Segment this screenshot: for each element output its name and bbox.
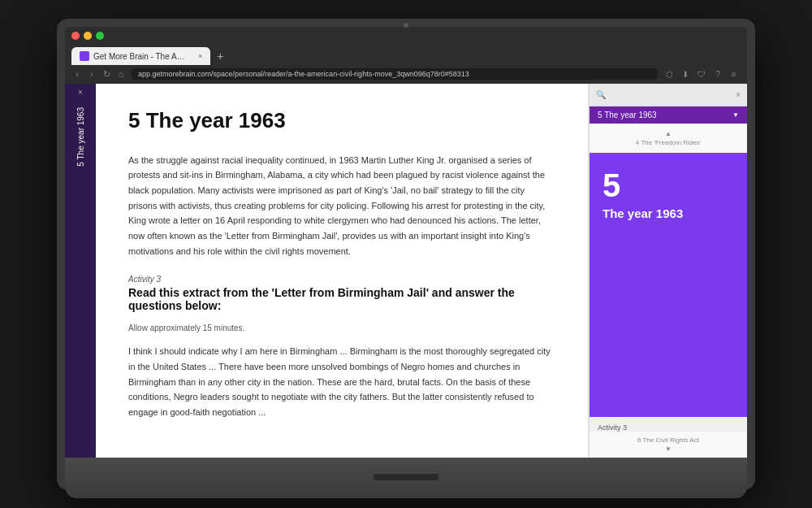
chapter-nav-above[interactable]: ▲ 4 The 'Freedom Rides' [590, 124, 747, 153]
laptop-base [65, 458, 747, 498]
right-panel: 🔍 × 5 The year 1963 ▼ ▲ 4 The 'Freedom R… [589, 84, 747, 458]
tab-bar: Get More Brain - The Americ... × + [65, 46, 747, 65]
laptop-notch [374, 474, 438, 480]
active-tab[interactable]: Get More Brain - The Americ... × [71, 47, 210, 65]
chapter-card-number: 5 [603, 169, 734, 202]
right-panel-close-button[interactable]: × [736, 90, 741, 99]
browser-content: × 5 The year 1963 5 The year 1963 As the… [65, 84, 747, 458]
laptop: Get More Brain - The Americ... × + ‹ › ↻… [57, 19, 755, 490]
chapter-selector-arrow-icon: ▼ [732, 111, 739, 119]
sidebar-close-button[interactable]: × [74, 84, 87, 101]
activity-label: Activity 3 [128, 275, 555, 284]
quote-text: I think I should indicate why I am here … [128, 344, 555, 419]
nav-buttons: ‹ › ↻ ⌂ [71, 68, 127, 80]
time-note: Allow approximately 15 minutes. [128, 323, 555, 332]
document-area[interactable]: 5 The year 1963 As the struggle against … [96, 84, 588, 458]
reload-button[interactable]: ↻ [101, 68, 112, 80]
chapter-nav-above-arrow-icon: ▲ [596, 130, 741, 137]
search-icon: 🔍 [596, 90, 606, 99]
fullscreen-window-button[interactable] [96, 32, 104, 40]
chapter-heading: 5 The year 1963 [128, 108, 555, 133]
new-tab-button[interactable]: + [210, 47, 230, 65]
home-button[interactable]: ⌂ [115, 68, 127, 80]
chapter-selector-label: 5 The year 1963 [598, 111, 657, 119]
help-icon[interactable]: ? [711, 67, 724, 80]
address-text: app.getmorebrain.com/space/personal/read… [138, 70, 469, 78]
back-button[interactable]: ‹ [71, 68, 83, 80]
address-bar-row: ‹ › ↻ ⌂ app.getmorebrain.com/space/perso… [65, 65, 747, 83]
chapter-selector-dropdown[interactable]: 5 The year 1963 ▼ [590, 106, 747, 124]
tab-favicon [80, 51, 89, 61]
tab-label: Get More Brain - The Americ... [93, 52, 191, 61]
title-bar [65, 27, 747, 46]
address-field[interactable]: app.getmorebrain.com/space/personal/read… [132, 68, 658, 80]
shield-icon[interactable]: 🛡 [695, 67, 708, 80]
menu-icon[interactable]: ≡ [728, 67, 741, 80]
chapter-nav-below[interactable]: 6 The Civil Rights Act ▼ [590, 432, 747, 458]
close-window-button[interactable] [71, 32, 80, 40]
camera [404, 23, 408, 28]
chapter-nav-below-arrow-icon: ▼ [596, 445, 741, 453]
chapter-card: 5 The year 1963 [590, 153, 747, 417]
bookmark-icon[interactable]: ⬇ [679, 67, 692, 80]
activity-label-right: Activity 3 [590, 417, 747, 432]
body-paragraph: As the struggle against racial inequalit… [128, 153, 555, 259]
chapter-nav-above-label: 4 The 'Freedom Rides' [596, 139, 741, 146]
browser-actions: ⬡ ⬇ 🛡 ? ≡ [663, 67, 741, 80]
share-icon[interactable]: ⬡ [663, 67, 676, 80]
minimize-window-button[interactable] [84, 32, 92, 40]
chapter-card-title: The year 1963 [603, 206, 734, 220]
laptop-screen: Get More Brain - The Americ... × + ‹ › ↻… [65, 27, 747, 458]
right-panel-search-bar: 🔍 × [590, 84, 747, 106]
chapter-sidebar: × 5 The year 1963 [65, 84, 96, 458]
forward-button[interactable]: › [86, 68, 97, 80]
tab-close-button[interactable]: × [198, 52, 202, 60]
browser-chrome: Get More Brain - The Americ... × + ‹ › ↻… [65, 27, 747, 84]
traffic-lights [71, 32, 104, 40]
activity-heading: Read this extract from the 'Letter from … [128, 286, 555, 312]
chapter-nav-below-label: 6 The Civil Rights Act [596, 436, 741, 444]
sidebar-chapter-label: 5 The year 1963 [76, 107, 85, 167]
